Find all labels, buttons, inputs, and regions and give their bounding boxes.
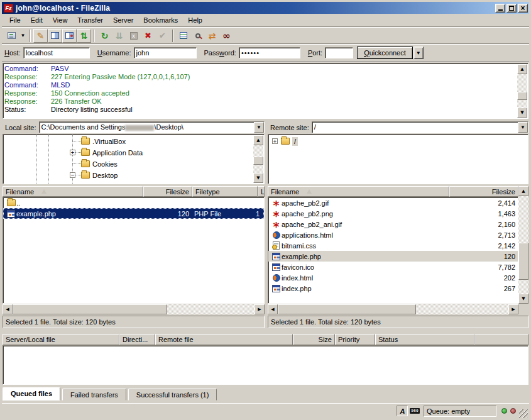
username-input[interactable]: john (134, 47, 197, 58)
find-files-button[interactable]: ∞ (219, 29, 234, 43)
file-row-parent-dir[interactable]: .. (3, 197, 264, 208)
file-row[interactable]: bitnami.css2,142 (268, 240, 518, 251)
toggle-local-tree-button[interactable] (48, 29, 62, 43)
menu-item-server[interactable]: Server (108, 15, 138, 25)
file-row[interactable]: *apache_pb2.gif2,414 (268, 197, 518, 208)
remote-vertical-scrollbar[interactable]: ▲ ▼ (518, 186, 528, 304)
speed-limit-icon[interactable]: 560 (410, 408, 420, 414)
scrollbar-thumb[interactable] (518, 243, 528, 280)
local-tree-scrollbar[interactable]: ▲ ▼ (253, 135, 263, 183)
scroll-right-icon[interactable]: ▶ (255, 304, 265, 314)
collapse-icon[interactable]: − (70, 172, 75, 178)
local-file-list[interactable]: .. example.php 120 PHP File 1 (3, 197, 265, 304)
maximize-button[interactable] (506, 4, 517, 13)
disconnect-button[interactable]: ✖ (141, 29, 155, 43)
minimize-icon (498, 5, 503, 11)
column-header-priority[interactable]: Priority (335, 334, 375, 345)
menu-item-bookmarks[interactable]: Bookmarks (138, 15, 183, 25)
scrollbar-thumb[interactable] (517, 92, 527, 101)
file-row[interactable]: *apache_pb2_ani.gif2,160 (268, 219, 518, 229)
column-header-server-local-file[interactable]: Server/Local file (3, 334, 119, 345)
scrollbar-thumb[interactable] (253, 157, 263, 165)
site-manager-button[interactable] (4, 29, 19, 43)
menu-item-transfer[interactable]: Transfer (72, 15, 108, 25)
scroll-left-icon[interactable]: ◀ (268, 304, 278, 314)
resize-grip[interactable] (519, 409, 528, 418)
remote-site-combobox[interactable]: / ▼ (312, 121, 528, 133)
file-row[interactable]: *apache_pb2.png1,463 (268, 208, 518, 219)
toggle-remote-tree-button[interactable] (62, 29, 77, 43)
remote-file-list[interactable]: *apache_pb2.gif2,414 *apache_pb2.png1,46… (268, 197, 518, 304)
column-header-size[interactable]: Size (293, 334, 335, 345)
expand-icon[interactable]: + (272, 138, 278, 144)
quickconnect-button[interactable]: Quickconnect (357, 47, 413, 59)
file-row[interactable]: applications.html2,713 (268, 229, 518, 240)
remote-horizontal-scrollbar[interactable]: ◀ ▶ (268, 304, 518, 314)
tab-failed-transfers[interactable]: Failed transfers (62, 389, 126, 401)
datatype-indicator-icon[interactable]: A (397, 406, 408, 416)
file-row[interactable]: index.php267 (268, 283, 518, 294)
process-queue-button[interactable]: ⇊ (112, 29, 126, 43)
filter-button[interactable] (176, 29, 190, 43)
file-row[interactable]: favicon.ico7,782 (268, 262, 518, 272)
tree-item-virtualbox[interactable]: .VirtualBox (81, 136, 126, 146)
message-log-scrollbar[interactable]: ▲ ▼ (517, 64, 527, 118)
column-header-filename[interactable]: Filename (268, 186, 449, 197)
tree-item-cookies[interactable]: Cookies (81, 158, 118, 169)
directory-comparison-button[interactable] (190, 29, 205, 43)
scrollbar-thumb[interactable] (13, 304, 167, 314)
menu-item-edit[interactable]: Edit (26, 15, 48, 25)
log-line: Response:226 Transfer OK (4, 97, 515, 106)
file-row-selected[interactable]: example.php120 (268, 251, 518, 262)
menu-item-file[interactable]: File (4, 15, 26, 25)
remote-tree[interactable]: + / (268, 134, 528, 184)
minimize-button[interactable] (495, 4, 505, 13)
queue-list[interactable] (3, 345, 528, 385)
scroll-up-icon[interactable]: ▲ (517, 64, 527, 74)
column-header-direction[interactable]: Directi... (119, 334, 155, 345)
scroll-down-icon[interactable]: ▼ (517, 108, 527, 118)
password-input[interactable]: •••••• (239, 47, 300, 58)
close-button[interactable]: × (518, 4, 528, 13)
toggle-message-log-button[interactable]: ✎ (33, 29, 48, 43)
chevron-down-icon[interactable]: ▼ (518, 122, 528, 133)
tree-item-application-data[interactable]: Application Data (81, 147, 143, 158)
port-input[interactable] (325, 47, 353, 58)
local-site-combobox[interactable]: C:\Documents and Settings\Desktop\ ▼ (39, 121, 265, 133)
window-titlebar[interactable]: Fz john@localhost - FileZilla × (2, 2, 529, 14)
tab-queued-files[interactable]: Queued files (3, 387, 60, 401)
refresh-button[interactable]: ↻ (97, 29, 112, 43)
column-header-filesize[interactable]: Filesize (449, 186, 518, 197)
column-header-filetype[interactable]: Filetype (192, 186, 258, 197)
column-header-status[interactable]: Status (375, 334, 474, 345)
file-row-example-php[interactable]: example.php 120 PHP File 1 (3, 208, 264, 219)
reconnect-button[interactable]: ✔ (155, 29, 170, 43)
site-manager-dropdown[interactable]: ▼ (19, 29, 27, 43)
scrollbar-thumb[interactable] (278, 304, 416, 314)
scroll-down-icon[interactable]: ▼ (518, 294, 528, 304)
column-header-filesize[interactable]: Filesize (143, 186, 192, 197)
synchronized-browsing-button[interactable]: ⇄ (205, 29, 219, 43)
menu-item-view[interactable]: View (48, 15, 73, 25)
tab-successful-transfers[interactable]: Successful transfers (1) (128, 389, 217, 401)
host-input[interactable]: localhost (23, 47, 90, 58)
toggle-queue-button[interactable]: ⇅ (77, 29, 91, 43)
quickconnect-dropdown[interactable]: ▼ (413, 47, 424, 59)
scroll-up-icon[interactable]: ▲ (518, 186, 528, 196)
tree-item-desktop[interactable]: Desktop (81, 170, 118, 180)
local-horizontal-scrollbar[interactable]: ◀ ▶ (3, 304, 265, 314)
cancel-button[interactable]: x (126, 29, 141, 43)
local-tree[interactable]: .VirtualBox + Application Data Cookies −… (3, 134, 265, 184)
column-header-remote-file[interactable]: Remote file (155, 334, 293, 345)
tree-item-root[interactable]: / (281, 136, 298, 146)
scroll-left-icon[interactable]: ◀ (3, 304, 13, 314)
scroll-right-icon[interactable]: ▶ (508, 304, 518, 314)
scroll-down-icon[interactable]: ▼ (253, 173, 263, 183)
chevron-down-icon[interactable]: ▼ (254, 122, 264, 133)
scroll-up-icon[interactable]: ▲ (253, 135, 263, 145)
file-row[interactable]: index.html202 (268, 272, 518, 283)
expand-icon[interactable]: + (70, 150, 75, 155)
menu-item-help[interactable]: Help (183, 15, 207, 25)
column-header-filename[interactable]: Filename (3, 186, 143, 197)
column-header-lastmodified[interactable]: L (258, 186, 265, 197)
